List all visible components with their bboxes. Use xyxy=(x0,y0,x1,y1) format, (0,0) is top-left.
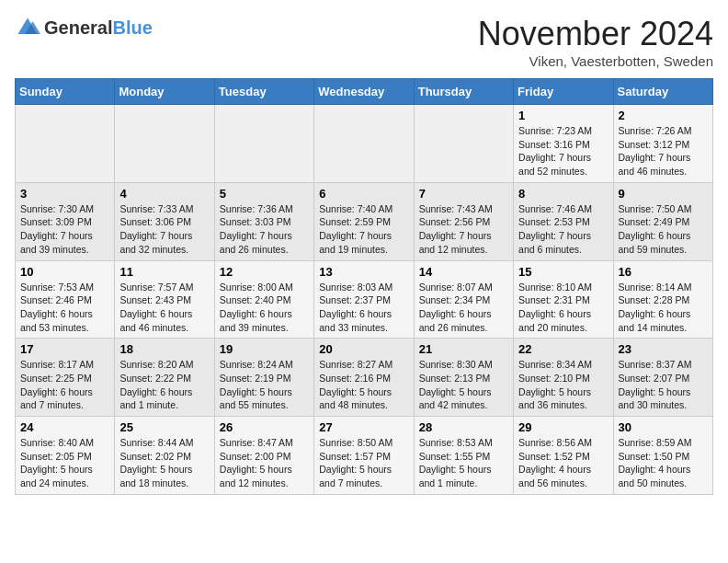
day-number: 15 xyxy=(518,265,608,279)
day-info: Sunrise: 8:03 AM Sunset: 2:37 PM Dayligh… xyxy=(319,281,408,335)
day-info: Sunrise: 8:14 AM Sunset: 2:28 PM Dayligh… xyxy=(619,281,708,335)
day-info: Sunrise: 7:50 AM Sunset: 2:49 PM Dayligh… xyxy=(619,202,708,257)
calendar-cell: 30Sunrise: 8:59 AM Sunset: 1:50 PM Dayli… xyxy=(613,417,712,495)
day-number: 19 xyxy=(220,342,309,356)
day-info: Sunrise: 7:57 AM Sunset: 2:43 PM Dayligh… xyxy=(119,281,209,335)
calendar-cell: 7Sunrise: 7:43 AM Sunset: 2:56 PM Daylig… xyxy=(414,182,513,260)
day-info: Sunrise: 8:30 AM Sunset: 2:13 PM Dayligh… xyxy=(419,358,508,412)
weekday-header: Thursday xyxy=(414,79,513,105)
calendar-cell: 10Sunrise: 7:53 AM Sunset: 2:46 PM Dayli… xyxy=(16,260,115,339)
location-subtitle: Viken, Vaesterbotten, Sweden xyxy=(478,53,713,69)
calendar-cell: 22Sunrise: 8:34 AM Sunset: 2:10 PM Dayli… xyxy=(514,339,613,417)
calendar-cell: 26Sunrise: 8:47 AM Sunset: 2:00 PM Dayli… xyxy=(214,417,313,495)
logo-blue: Blue xyxy=(112,17,152,38)
day-number: 20 xyxy=(319,342,408,356)
day-number: 24 xyxy=(20,420,109,434)
calendar-cell: 18Sunrise: 8:20 AM Sunset: 2:22 PM Dayli… xyxy=(115,339,214,417)
day-info: Sunrise: 8:24 AM Sunset: 2:19 PM Dayligh… xyxy=(220,358,309,412)
day-info: Sunrise: 8:47 AM Sunset: 2:00 PM Dayligh… xyxy=(220,436,309,490)
calendar-cell: 12Sunrise: 8:00 AM Sunset: 2:40 PM Dayli… xyxy=(214,260,313,339)
calendar-cell: 16Sunrise: 8:14 AM Sunset: 2:28 PM Dayli… xyxy=(613,260,712,339)
day-info: Sunrise: 8:50 AM Sunset: 1:57 PM Dayligh… xyxy=(319,436,408,490)
day-number: 21 xyxy=(419,342,508,356)
logo-general: General xyxy=(44,17,112,38)
calendar-cell: 29Sunrise: 8:56 AM Sunset: 1:52 PM Dayli… xyxy=(514,417,613,495)
month-title: November 2024 xyxy=(478,15,713,53)
day-number: 26 xyxy=(220,420,309,434)
calendar-cell: 19Sunrise: 8:24 AM Sunset: 2:19 PM Dayli… xyxy=(214,339,313,417)
calendar-table: SundayMondayTuesdayWednesdayThursdayFrid… xyxy=(15,78,713,495)
logo: GeneralBlue xyxy=(15,15,153,40)
day-info: Sunrise: 8:44 AM Sunset: 2:02 PM Dayligh… xyxy=(119,436,209,490)
calendar-cell xyxy=(16,105,115,183)
day-info: Sunrise: 7:33 AM Sunset: 3:06 PM Dayligh… xyxy=(119,202,209,257)
day-info: Sunrise: 8:07 AM Sunset: 2:34 PM Dayligh… xyxy=(419,281,508,335)
calendar-cell: 5Sunrise: 7:36 AM Sunset: 3:03 PM Daylig… xyxy=(214,182,313,260)
day-info: Sunrise: 7:46 AM Sunset: 2:53 PM Dayligh… xyxy=(518,202,608,257)
day-number: 8 xyxy=(518,187,608,201)
day-number: 17 xyxy=(20,342,109,356)
calendar-cell: 23Sunrise: 8:37 AM Sunset: 2:07 PM Dayli… xyxy=(613,339,712,417)
calendar-cell: 13Sunrise: 8:03 AM Sunset: 2:37 PM Dayli… xyxy=(314,260,414,339)
day-number: 1 xyxy=(518,109,608,122)
day-info: Sunrise: 8:34 AM Sunset: 2:10 PM Dayligh… xyxy=(518,358,608,412)
calendar-cell: 21Sunrise: 8:30 AM Sunset: 2:13 PM Dayli… xyxy=(414,339,513,417)
calendar-cell: 8Sunrise: 7:46 AM Sunset: 2:53 PM Daylig… xyxy=(514,182,613,260)
day-number: 12 xyxy=(220,265,309,279)
day-number: 25 xyxy=(119,420,209,434)
day-number: 30 xyxy=(619,420,708,434)
calendar-cell: 9Sunrise: 7:50 AM Sunset: 2:49 PM Daylig… xyxy=(613,182,712,260)
day-number: 10 xyxy=(20,265,109,279)
calendar-cell: 17Sunrise: 8:17 AM Sunset: 2:25 PM Dayli… xyxy=(16,339,115,417)
title-area: November 2024 Viken, Vaesterbotten, Swed… xyxy=(478,15,713,69)
day-info: Sunrise: 8:40 AM Sunset: 2:05 PM Dayligh… xyxy=(20,436,109,490)
calendar-cell xyxy=(115,105,214,183)
day-info: Sunrise: 8:10 AM Sunset: 2:31 PM Dayligh… xyxy=(518,281,608,335)
day-info: Sunrise: 8:27 AM Sunset: 2:16 PM Dayligh… xyxy=(319,358,408,412)
day-number: 28 xyxy=(419,420,508,434)
calendar-cell: 6Sunrise: 7:40 AM Sunset: 2:59 PM Daylig… xyxy=(314,182,414,260)
day-number: 23 xyxy=(619,342,708,356)
calendar-cell: 28Sunrise: 8:53 AM Sunset: 1:55 PM Dayli… xyxy=(414,417,513,495)
calendar-cell xyxy=(414,105,513,183)
day-number: 18 xyxy=(119,342,209,356)
calendar-cell: 11Sunrise: 7:57 AM Sunset: 2:43 PM Dayli… xyxy=(115,260,214,339)
day-number: 11 xyxy=(119,265,209,279)
day-number: 16 xyxy=(619,265,708,279)
day-number: 9 xyxy=(619,187,708,201)
calendar-cell xyxy=(314,105,414,183)
calendar-cell: 2Sunrise: 7:26 AM Sunset: 3:12 PM Daylig… xyxy=(613,105,712,183)
calendar-cell: 20Sunrise: 8:27 AM Sunset: 2:16 PM Dayli… xyxy=(314,339,414,417)
day-number: 14 xyxy=(419,265,508,279)
day-number: 7 xyxy=(419,187,508,201)
calendar-week-row: 1Sunrise: 7:23 AM Sunset: 3:16 PM Daylig… xyxy=(16,105,713,183)
header: GeneralBlue November 2024 Viken, Vaester… xyxy=(15,15,713,69)
weekday-header: Friday xyxy=(514,79,613,105)
calendar-week-row: 17Sunrise: 8:17 AM Sunset: 2:25 PM Dayli… xyxy=(16,339,713,417)
calendar-cell: 4Sunrise: 7:33 AM Sunset: 3:06 PM Daylig… xyxy=(115,182,214,260)
calendar-cell: 15Sunrise: 8:10 AM Sunset: 2:31 PM Dayli… xyxy=(514,260,613,339)
day-info: Sunrise: 7:26 AM Sunset: 3:12 PM Dayligh… xyxy=(619,124,708,178)
weekday-header: Sunday xyxy=(16,79,115,105)
weekday-header-row: SundayMondayTuesdayWednesdayThursdayFrid… xyxy=(16,79,713,105)
day-number: 27 xyxy=(319,420,408,434)
calendar-week-row: 3Sunrise: 7:30 AM Sunset: 3:09 PM Daylig… xyxy=(16,182,713,260)
calendar-cell: 1Sunrise: 7:23 AM Sunset: 3:16 PM Daylig… xyxy=(514,105,613,183)
day-info: Sunrise: 7:43 AM Sunset: 2:56 PM Dayligh… xyxy=(419,202,508,257)
calendar-cell: 27Sunrise: 8:50 AM Sunset: 1:57 PM Dayli… xyxy=(314,417,414,495)
weekday-header: Saturday xyxy=(613,79,712,105)
day-info: Sunrise: 8:59 AM Sunset: 1:50 PM Dayligh… xyxy=(619,436,708,490)
day-info: Sunrise: 7:36 AM Sunset: 3:03 PM Dayligh… xyxy=(220,202,309,257)
weekday-header: Wednesday xyxy=(314,79,414,105)
calendar-cell xyxy=(214,105,313,183)
day-number: 2 xyxy=(619,109,708,122)
day-number: 4 xyxy=(119,187,209,201)
day-info: Sunrise: 8:20 AM Sunset: 2:22 PM Dayligh… xyxy=(119,358,209,412)
day-info: Sunrise: 7:40 AM Sunset: 2:59 PM Dayligh… xyxy=(319,202,408,257)
day-number: 13 xyxy=(319,265,408,279)
day-number: 3 xyxy=(20,187,109,201)
calendar-cell: 3Sunrise: 7:30 AM Sunset: 3:09 PM Daylig… xyxy=(16,182,115,260)
day-info: Sunrise: 7:30 AM Sunset: 3:09 PM Dayligh… xyxy=(20,202,109,257)
day-info: Sunrise: 8:53 AM Sunset: 1:55 PM Dayligh… xyxy=(419,436,508,490)
weekday-header: Tuesday xyxy=(214,79,313,105)
